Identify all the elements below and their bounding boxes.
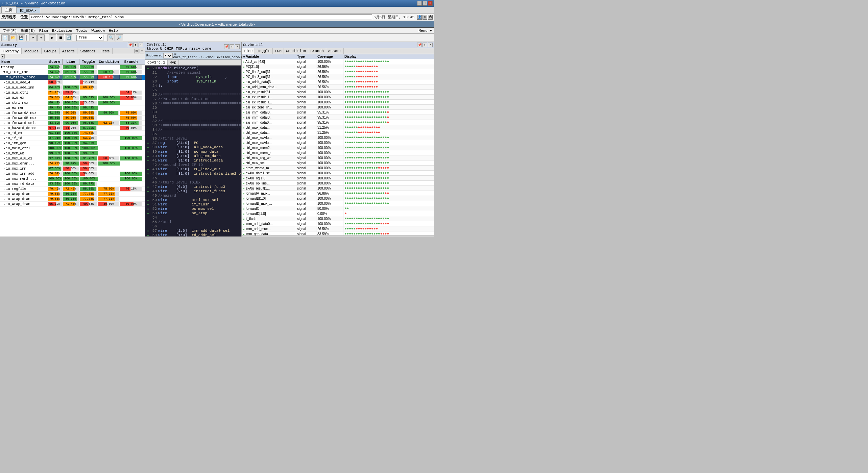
new-btn[interactable]: 📄	[1, 34, 9, 41]
tree-row[interactable]: ▼ u_riscv_core 74.62% 81.13% 77.57%	[0, 75, 145, 80]
tree-row[interactable]: ▸ iu_if_id 87.91% 100.00% 63.74% 100.00%	[0, 136, 145, 141]
expand-icon[interactable]: ▸	[3, 142, 5, 145]
tree-row[interactable]: ▸ iu_alu_ex 79.84% 64.00% 95.37% 100.00%…	[0, 95, 145, 100]
covd-row[interactable]: ● ctrl_mux_mem2... signal 100.00% ●●●●●●…	[242, 145, 434, 150]
covd-row[interactable]: ● alu_imm_data0... signal 95.31% ●●●●●●●…	[242, 120, 434, 125]
tree-row[interactable]: ▸ iu_wrap_dram 79.85% 86.33% 77.78% 77.3…	[0, 197, 145, 202]
save-btn[interactable]: 💾	[18, 34, 25, 41]
maximize-button[interactable]: □	[423, 1, 427, 6]
covd-row[interactable]: ● PC[31:0] signal 26.56% ●●●●●●●●●●●●●●●	[242, 64, 434, 69]
minimize-button[interactable]: ─	[417, 1, 422, 6]
src-close-btn[interactable]: ×	[235, 44, 240, 49]
expand-icon[interactable]: ▸	[3, 182, 5, 186]
source-content[interactable]: ●20module riscv_core( 21 //system signal…	[145, 66, 241, 236]
tab-tests[interactable]: Tests	[98, 48, 113, 54]
summary-close-btn[interactable]: ×	[139, 43, 143, 47]
covd-row[interactable]: ● alu_imm_data[3... signal 95.31% ●●●●●●…	[242, 115, 434, 120]
tab-statistics[interactable]: Statistics	[77, 48, 98, 54]
expand-icon[interactable]: ▸	[3, 157, 5, 160]
menu-help[interactable]: Help	[107, 28, 120, 33]
tree-row[interactable]: ▸ iu_alu_add_imm 84.90% 100.00% 69.79%	[0, 85, 145, 90]
expand-icon[interactable]: ▸	[3, 96, 5, 100]
covd-row[interactable]: ● forwardB_mux_... signal 100.00% ●●●●●●…	[242, 201, 434, 206]
covd-row[interactable]: ● exAlu_result[1... signal 100.00% ●●●●●…	[242, 186, 434, 191]
undo-btn[interactable]: ↩	[29, 34, 37, 41]
summary-expand-btn[interactable]: ⬆	[133, 43, 138, 47]
expand-icon[interactable]: ▸	[3, 167, 5, 171]
tab-hierarchy[interactable]: Hierarchy	[0, 48, 22, 54]
tree-row[interactable]: ▸ iu_mux_imm_add 76.62% 100.00% 30.00% 1…	[0, 171, 145, 176]
uncovered-select[interactable]: ▼	[163, 53, 173, 58]
covd-tab-fsm[interactable]: FSM	[273, 48, 284, 54]
covd-row[interactable]: ● exAlu_data1_se... signal 100.00% ●●●●●…	[242, 171, 434, 176]
zoom-out-btn[interactable]: 🔎	[116, 34, 123, 41]
covd-row[interactable]: ● forwardB[1:0] signal 100.00% ●●●●●●●●●…	[242, 196, 434, 201]
menu-extra[interactable]: Menu ▼	[418, 29, 433, 33]
tree-row[interactable]: ▸ iu_forwardA_mux 81.67% 80.00% 80.00% 9…	[0, 110, 145, 116]
covd-row[interactable]: ● alu_ex_result[31... signal 100.00% ●●●…	[242, 90, 434, 95]
src-tab-1[interactable]: CovSrc.1	[145, 60, 168, 65]
close-button[interactable]: ×	[428, 1, 433, 6]
tab-asserts[interactable]: Asserts	[59, 48, 78, 54]
covd-expand-btn[interactable]: ⬆	[423, 43, 427, 47]
expand-icon[interactable]: ▸	[3, 126, 5, 130]
sum-tool2[interactable]: ≡	[140, 49, 144, 53]
stop-btn[interactable]: ⏹	[57, 34, 64, 41]
covd-row[interactable]: ● ctrl_mux_data... signal 31.25% ●●●●●●●…	[242, 125, 434, 130]
covd-pin-btn[interactable]: 📌	[417, 43, 422, 47]
src-expand-btn[interactable]: ⬆	[230, 44, 234, 49]
expand-icon[interactable]: ▸	[3, 172, 5, 176]
expand-icon[interactable]: ▸	[3, 111, 5, 115]
menu-plan[interactable]: Plan	[37, 28, 50, 33]
src-pin-btn[interactable]: 📌	[224, 44, 229, 49]
tab-home[interactable]: 主页	[1, 6, 16, 13]
menu-file[interactable]: 文件(F)	[1, 28, 19, 33]
address-input[interactable]	[29, 15, 372, 20]
expand-icon[interactable]: ▸	[3, 197, 5, 201]
expand-icon[interactable]: ▸	[3, 136, 5, 140]
tree-row[interactable]: ▸ iu_mux_dram... 74.74% 98.97% 50.00% 10…	[0, 161, 145, 166]
expand-icon[interactable]: ▸	[3, 106, 5, 110]
tree-row[interactable]: ▸ iu_alu_add_4 58.85% 17.71%	[0, 80, 145, 85]
tree-row[interactable]: ▸ iu_imm_gen 98.12% 100.00% 94.37%	[0, 141, 145, 146]
addr-btn2[interactable]: ⚙	[423, 15, 427, 20]
run-btn[interactable]: ▶	[49, 34, 56, 41]
redo-btn[interactable]: ↪	[37, 34, 45, 41]
covd-tab-toggle[interactable]: Toggle	[255, 48, 273, 54]
tree-row[interactable]: ▼ tbtop 74.62% 81.13% 77.57%	[0, 65, 145, 70]
covd-tab-line[interactable]: Line	[242, 48, 255, 54]
reload-btn[interactable]: 🔄	[65, 34, 72, 41]
expand-icon[interactable]: ▸	[3, 86, 5, 90]
expand-icon[interactable]: ▸	[3, 192, 5, 196]
expand-icon[interactable]: ▼	[6, 76, 8, 79]
tab-groups[interactable]: Groups	[42, 48, 59, 54]
covd-row[interactable]: ● PC_line3_out[31... signal 26.56% ●●●●●…	[242, 74, 434, 79]
menu-tools[interactable]: Tools	[74, 28, 89, 33]
covd-row[interactable]: ● ctrl_mux_mem_r... signal 100.00% ●●●●●…	[242, 150, 434, 155]
tree-row[interactable]: ▸ iu_mux_rd_data 93.59% 100.00% 80.77%	[0, 181, 145, 186]
expand-icon[interactable]: ▸	[3, 101, 5, 105]
tree-row[interactable]: ▸ iu_mux_imm 87.50% 50.00% 50.00%	[0, 166, 145, 171]
menu-window[interactable]: Window	[89, 28, 107, 33]
expand-icon[interactable]: ▼	[3, 71, 5, 74]
expand-icon[interactable]: ▸	[3, 91, 5, 95]
tree-row[interactable]: ▸ iu_wrap_iram 55.12% 71.43% 49.03% 40.0…	[0, 202, 145, 207]
covd-row[interactable]: ● imm_add_data0... signal 100.00% ●●●●●●…	[242, 221, 434, 226]
tree-row[interactable]: ▼ U_CHIP_TOP 74.62% 81.13% 77.57%	[0, 70, 145, 75]
expand-icon[interactable]: ▸	[3, 81, 5, 84]
expand-icon[interactable]: ▸	[3, 152, 5, 155]
covd-row[interactable]: ● exAlu_op_line... signal 100.00% ●●●●●●…	[242, 181, 434, 186]
covd-row[interactable]: ● if_flush signal 100.00% ●●●●●●●●●●●●●●…	[242, 216, 434, 221]
sum-tool1[interactable]: ◱	[134, 49, 139, 53]
mode-select[interactable]: Tree	[76, 35, 103, 41]
covd-row[interactable]: ● ctrl_mux_sel signal 100.00% ●●●●●●●●●●…	[242, 160, 434, 166]
covd-row[interactable]: ● PC_line2_out[31... signal 26.56% ●●●●●…	[242, 69, 434, 74]
tree-row[interactable]: ▸ iu_ex_mem 99.47% 100.00% 98.41%	[0, 105, 145, 110]
covd-row[interactable]: ● imm_gen_data... signal 83.59% ●●●●●●●●…	[242, 231, 434, 236]
covd-row[interactable]: ● forwardD[1:0] signal 0.00% ●	[242, 211, 434, 216]
covd-row[interactable]: ● alu_ex_zero_lin... signal 100.00% ●●●●…	[242, 105, 434, 110]
expand-icon[interactable]: ▸	[3, 121, 5, 125]
expand-icon[interactable]: ▸	[3, 202, 5, 206]
covd-row[interactable]: ● alu_add_imm_data... signal 26.56% ●●●●…	[242, 84, 434, 90]
expand-icon[interactable]: ▸	[3, 177, 5, 181]
